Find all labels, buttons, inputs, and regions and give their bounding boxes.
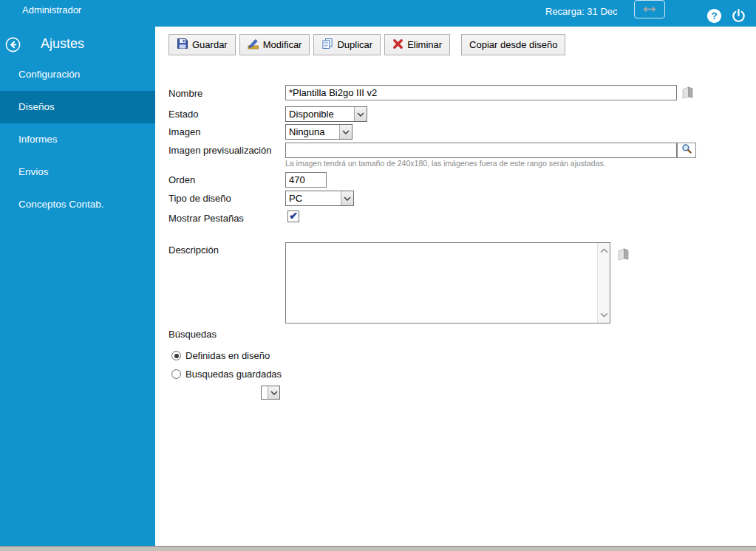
chevron-down-icon xyxy=(341,191,353,205)
sidebar-menu: Configuración Diseños Informes Envios Co… xyxy=(0,58,155,221)
modificar-button[interactable]: Modificar xyxy=(239,34,310,55)
estado-selected-value: Disponible xyxy=(286,109,354,120)
check-icon: ✔ xyxy=(289,211,298,221)
imagen-help-text: La imagen tendrá un tamaño de 240x180, l… xyxy=(285,159,606,168)
help-icon[interactable]: ? xyxy=(706,8,722,24)
imagen-select[interactable]: Ninguna xyxy=(285,124,353,140)
radio-definidas-label: Definidas en diseño xyxy=(185,350,270,361)
copiar-desde-diseno-label: Copiar desde diseño xyxy=(469,39,557,50)
tipo-selected-value: PC xyxy=(286,193,341,204)
descripcion-scrollbar[interactable] xyxy=(597,243,610,323)
radio-button-icon xyxy=(171,369,181,379)
radio-button-icon xyxy=(171,351,181,360)
imagen-label: Imagen xyxy=(168,126,200,137)
imagen-selected-value: Ninguna xyxy=(286,126,339,137)
sidebar: Ajustes Configuración Diseños Informes E… xyxy=(0,27,155,546)
copiar-desde-diseno-button[interactable]: Copiar desde diseño xyxy=(461,34,565,55)
tipo-de-diseno-label: Tipo de diseño xyxy=(168,193,231,204)
guardar-button[interactable]: Guardar xyxy=(168,34,236,55)
mostrar-pestanas-label: Mostrar Pestañas xyxy=(168,213,244,224)
chevron-down-icon xyxy=(339,125,352,139)
descripcion-textarea-frame xyxy=(285,242,610,324)
sidebar-item-informes[interactable]: Informes xyxy=(0,123,155,156)
chevron-down-icon xyxy=(268,386,279,399)
busquedas-guardadas-select[interactable] xyxy=(261,386,280,400)
svg-text:?: ? xyxy=(711,10,717,21)
mostrar-pestanas-checkbox[interactable]: ✔ xyxy=(287,211,299,222)
guardar-label: Guardar xyxy=(192,39,228,50)
orden-label: Orden xyxy=(168,174,195,185)
edit-icon xyxy=(248,38,259,52)
descripcion-page-icon[interactable] xyxy=(616,247,630,261)
imagen-previsualizacion-label: Imagen previsualización xyxy=(168,145,271,156)
nombre-input[interactable] xyxy=(285,85,677,100)
descripcion-label: Descripción xyxy=(168,244,219,256)
reload-date-label: Recarga: 31 Dec xyxy=(545,6,618,17)
imagen-previsualizacion-input[interactable] xyxy=(285,143,677,158)
modificar-label: Modificar xyxy=(263,39,302,50)
orden-input[interactable] xyxy=(285,172,327,188)
radio-guardadas-label: Busquedas guardadas xyxy=(185,369,282,380)
chevron-down-icon xyxy=(354,107,367,121)
tipo-de-diseno-select[interactable]: PC xyxy=(285,191,354,206)
estado-select[interactable]: Disponible xyxy=(285,106,367,122)
sidebar-title: Ajustes xyxy=(41,36,84,52)
double-arrow-icon xyxy=(641,3,658,16)
eliminar-label: Eliminar xyxy=(407,39,442,50)
copy-icon xyxy=(321,38,333,52)
logged-user-label: Administrador xyxy=(22,4,81,16)
toolbar: Guardar Modificar Duplicar xyxy=(168,34,569,55)
sidebar-item-envios[interactable]: Envios xyxy=(0,156,155,188)
nombre-label: Nombre xyxy=(168,88,202,99)
radio-definidas-en-diseno[interactable]: Definidas en diseño xyxy=(171,350,270,361)
nombre-page-icon[interactable] xyxy=(681,86,695,100)
back-icon[interactable] xyxy=(5,37,21,52)
imagen-search-button[interactable] xyxy=(677,143,696,158)
estado-label: Estado xyxy=(168,109,198,120)
eliminar-button[interactable]: Eliminar xyxy=(384,34,450,55)
sidebar-item-configuracion[interactable]: Configuración xyxy=(0,58,155,91)
descripcion-textarea[interactable] xyxy=(286,243,597,323)
busquedas-label: Búsquedas xyxy=(168,329,217,340)
top-bar: Administrador Recarga: 31 Dec ? xyxy=(0,0,756,27)
duplicar-label: Duplicar xyxy=(337,39,372,50)
sidebar-item-disenos[interactable]: Diseños xyxy=(0,91,155,123)
scroll-down-icon[interactable] xyxy=(598,309,610,321)
horizontal-scrollbar[interactable] xyxy=(0,546,756,551)
scroll-up-icon[interactable] xyxy=(598,244,610,257)
main-content: Guardar Modificar Duplicar xyxy=(155,27,756,546)
search-icon xyxy=(681,143,692,157)
duplicar-button[interactable]: Duplicar xyxy=(313,34,381,55)
delete-icon xyxy=(392,38,403,52)
swap-arrows-button[interactable] xyxy=(634,0,665,18)
radio-busquedas-guardadas[interactable]: Busquedas guardadas xyxy=(171,369,282,380)
save-icon xyxy=(177,38,188,52)
sidebar-item-conceptos-contab[interactable]: Conceptos Contab. xyxy=(0,188,155,221)
power-icon[interactable] xyxy=(731,8,746,24)
